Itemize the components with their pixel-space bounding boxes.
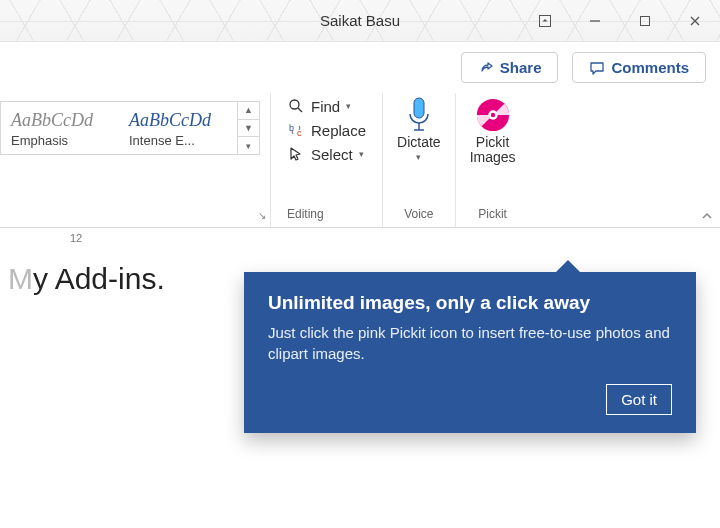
- styles-dialog-launcher[interactable]: ↘: [258, 210, 266, 221]
- comment-icon: [589, 60, 605, 76]
- replace-label: Replace: [311, 122, 366, 139]
- pickit-label-2: Images: [470, 149, 516, 165]
- close-button[interactable]: [670, 0, 720, 42]
- text-prefix: M: [8, 262, 33, 295]
- svg-point-12: [490, 113, 494, 117]
- style-label: Emphasis: [11, 133, 115, 148]
- style-intense-emphasis[interactable]: AaBbCcDd Intense E...: [119, 102, 237, 154]
- user-name: Saikat Basu: [320, 12, 400, 29]
- editing-group: Find ▾ bc Replace Select ▾ Editing: [271, 93, 383, 227]
- dictate-label: Dictate: [397, 135, 441, 150]
- gallery-more-button[interactable]: ▾: [238, 136, 259, 154]
- style-preview: AaBbCcDd: [129, 110, 233, 131]
- styles-gallery[interactable]: AaBbCcDd Emphasis AaBbCcDd Intense E... …: [0, 101, 260, 155]
- select-button[interactable]: Select ▾: [287, 145, 366, 163]
- callout-body: Just click the pink Pickit icon to inser…: [268, 322, 672, 364]
- svg-text:b: b: [289, 123, 294, 133]
- style-preview: AaBbCcDd: [11, 110, 115, 131]
- callout-title: Unlimited images, only a click away: [268, 292, 672, 314]
- replace-icon: bc: [287, 121, 305, 139]
- share-button[interactable]: Share: [461, 52, 559, 83]
- ruler-mark: 12: [70, 232, 82, 244]
- pickit-icon: [475, 97, 511, 133]
- titlebar: Saikat Basu: [0, 0, 720, 42]
- cursor-icon: [287, 145, 305, 163]
- svg-point-3: [290, 100, 299, 109]
- collapse-ribbon-button[interactable]: [700, 209, 714, 223]
- chevron-down-icon: ▾: [416, 152, 421, 162]
- replace-button[interactable]: bc Replace: [287, 121, 366, 139]
- pickit-label: Pickit Images: [470, 135, 516, 166]
- chevron-down-icon: ▾: [359, 149, 364, 159]
- share-label: Share: [500, 59, 542, 76]
- styles-gallery-scroll: ▲ ▼ ▾: [237, 102, 259, 154]
- style-label: Intense E...: [129, 133, 233, 148]
- got-it-button[interactable]: Got it: [606, 384, 672, 415]
- dictate-button[interactable]: Dictate ▾ Voice: [383, 93, 456, 227]
- find-label: Find: [311, 98, 340, 115]
- comments-button[interactable]: Comments: [572, 52, 706, 83]
- pickit-label-1: Pickit: [476, 134, 509, 150]
- actions-row: Share Comments: [0, 42, 720, 93]
- comments-label: Comments: [611, 59, 689, 76]
- microphone-icon: [401, 97, 437, 133]
- select-label: Select: [311, 146, 353, 163]
- voice-group-label: Voice: [404, 207, 433, 221]
- share-icon: [478, 60, 494, 76]
- ruler[interactable]: 12: [0, 228, 720, 252]
- chevron-down-icon: ▾: [346, 101, 351, 111]
- svg-rect-2: [641, 16, 650, 25]
- find-button[interactable]: Find ▾: [287, 97, 366, 115]
- search-icon: [287, 97, 305, 115]
- styles-group: AaBbCcDd Emphasis AaBbCcDd Intense E... …: [0, 93, 271, 227]
- pickit-callout: Unlimited images, only a click away Just…: [244, 272, 696, 433]
- minimize-button[interactable]: [570, 0, 620, 42]
- maximize-button[interactable]: [620, 0, 670, 42]
- ribbon: AaBbCcDd Emphasis AaBbCcDd Intense E... …: [0, 93, 720, 228]
- text-body: y Add-ins.: [33, 262, 165, 295]
- pickit-group-label: Pickit: [478, 207, 507, 221]
- pickit-images-button[interactable]: Pickit Images Pickit: [456, 93, 530, 227]
- style-emphasis[interactable]: AaBbCcDd Emphasis: [1, 102, 119, 154]
- editing-group-label: Editing: [287, 207, 324, 221]
- window-controls: [520, 0, 720, 42]
- gallery-up-button[interactable]: ▲: [238, 102, 259, 119]
- ribbon-display-options-button[interactable]: [520, 0, 570, 42]
- svg-rect-7: [414, 98, 424, 118]
- gallery-down-button[interactable]: ▼: [238, 119, 259, 137]
- svg-line-4: [298, 108, 302, 112]
- callout-actions: Got it: [268, 384, 672, 415]
